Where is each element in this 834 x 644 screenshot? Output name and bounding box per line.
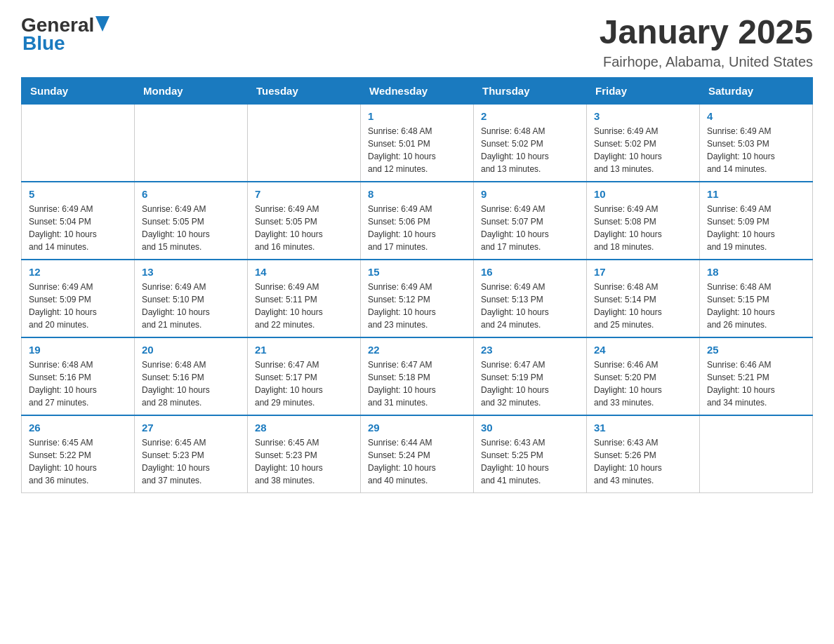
calendar-cell: 13Sunrise: 6:49 AM Sunset: 5:10 PM Dayli… bbox=[135, 260, 248, 337]
calendar-week-row: 5Sunrise: 6:49 AM Sunset: 5:04 PM Daylig… bbox=[22, 182, 813, 260]
day-info: Sunrise: 6:49 AM Sunset: 5:06 PM Dayligh… bbox=[368, 203, 466, 253]
day-number: 7 bbox=[255, 188, 353, 200]
day-info: Sunrise: 6:49 AM Sunset: 5:10 PM Dayligh… bbox=[142, 281, 240, 331]
day-info: Sunrise: 6:49 AM Sunset: 5:04 PM Dayligh… bbox=[29, 203, 127, 253]
calendar-cell: 11Sunrise: 6:49 AM Sunset: 5:09 PM Dayli… bbox=[700, 182, 813, 260]
day-info: Sunrise: 6:49 AM Sunset: 5:05 PM Dayligh… bbox=[142, 203, 240, 253]
day-info: Sunrise: 6:49 AM Sunset: 5:03 PM Dayligh… bbox=[707, 125, 805, 175]
calendar-cell: 23Sunrise: 6:47 AM Sunset: 5:19 PM Dayli… bbox=[474, 337, 587, 415]
calendar-cell: 7Sunrise: 6:49 AM Sunset: 5:05 PM Daylig… bbox=[248, 182, 361, 260]
calendar-cell bbox=[135, 104, 248, 182]
calendar-week-row: 26Sunrise: 6:45 AM Sunset: 5:22 PM Dayli… bbox=[22, 415, 813, 493]
calendar-cell bbox=[700, 415, 813, 493]
calendar-cell: 3Sunrise: 6:49 AM Sunset: 5:02 PM Daylig… bbox=[587, 104, 700, 182]
calendar-cell: 16Sunrise: 6:49 AM Sunset: 5:13 PM Dayli… bbox=[474, 260, 587, 337]
day-number: 3 bbox=[594, 110, 692, 122]
calendar-table: SundayMondayTuesdayWednesdayThursdayFrid… bbox=[21, 77, 813, 493]
calendar-cell: 30Sunrise: 6:43 AM Sunset: 5:25 PM Dayli… bbox=[474, 415, 587, 493]
day-info: Sunrise: 6:49 AM Sunset: 5:07 PM Dayligh… bbox=[481, 203, 579, 253]
day-info: Sunrise: 6:48 AM Sunset: 5:16 PM Dayligh… bbox=[29, 358, 127, 409]
day-number: 9 bbox=[481, 188, 579, 200]
calendar-cell: 22Sunrise: 6:47 AM Sunset: 5:18 PM Dayli… bbox=[361, 337, 474, 415]
calendar-cell: 5Sunrise: 6:49 AM Sunset: 5:04 PM Daylig… bbox=[22, 182, 135, 260]
day-number: 8 bbox=[368, 188, 466, 200]
calendar-cell: 4Sunrise: 6:49 AM Sunset: 5:03 PM Daylig… bbox=[700, 104, 813, 182]
day-number: 18 bbox=[707, 266, 805, 278]
day-number: 5 bbox=[29, 188, 127, 200]
day-info: Sunrise: 6:47 AM Sunset: 5:18 PM Dayligh… bbox=[368, 358, 466, 409]
day-number: 29 bbox=[368, 422, 466, 434]
day-info: Sunrise: 6:48 AM Sunset: 5:15 PM Dayligh… bbox=[707, 281, 805, 331]
day-info: Sunrise: 6:49 AM Sunset: 5:09 PM Dayligh… bbox=[707, 203, 805, 253]
day-number: 23 bbox=[481, 344, 579, 356]
calendar-cell: 1Sunrise: 6:48 AM Sunset: 5:01 PM Daylig… bbox=[361, 104, 474, 182]
calendar-cell: 19Sunrise: 6:48 AM Sunset: 5:16 PM Dayli… bbox=[22, 337, 135, 415]
calendar-cell: 24Sunrise: 6:46 AM Sunset: 5:20 PM Dayli… bbox=[587, 337, 700, 415]
day-info: Sunrise: 6:48 AM Sunset: 5:14 PM Dayligh… bbox=[594, 281, 692, 331]
day-info: Sunrise: 6:48 AM Sunset: 5:01 PM Dayligh… bbox=[368, 125, 466, 175]
calendar-cell: 28Sunrise: 6:45 AM Sunset: 5:23 PM Dayli… bbox=[248, 415, 361, 493]
day-number: 31 bbox=[594, 422, 692, 434]
title-area: January 2025 Fairhope, Alabama, United S… bbox=[600, 14, 813, 70]
calendar-cell: 10Sunrise: 6:49 AM Sunset: 5:08 PM Dayli… bbox=[587, 182, 700, 260]
calendar-header-sunday: Sunday bbox=[22, 77, 135, 104]
day-number: 12 bbox=[29, 266, 127, 278]
calendar-header-saturday: Saturday bbox=[700, 77, 813, 104]
day-info: Sunrise: 6:45 AM Sunset: 5:23 PM Dayligh… bbox=[142, 436, 240, 487]
day-info: Sunrise: 6:49 AM Sunset: 5:09 PM Dayligh… bbox=[29, 281, 127, 331]
day-info: Sunrise: 6:49 AM Sunset: 5:02 PM Dayligh… bbox=[594, 125, 692, 175]
calendar-header-row: SundayMondayTuesdayWednesdayThursdayFrid… bbox=[22, 77, 813, 104]
calendar-week-row: 19Sunrise: 6:48 AM Sunset: 5:16 PM Dayli… bbox=[22, 337, 813, 415]
logo-triangle-icon bbox=[95, 16, 110, 32]
day-number: 4 bbox=[707, 110, 805, 122]
day-number: 30 bbox=[481, 422, 579, 434]
day-number: 11 bbox=[707, 188, 805, 200]
month-title: January 2025 bbox=[600, 14, 813, 51]
calendar-cell: 14Sunrise: 6:49 AM Sunset: 5:11 PM Dayli… bbox=[248, 260, 361, 337]
day-number: 13 bbox=[142, 266, 240, 278]
calendar-cell: 12Sunrise: 6:49 AM Sunset: 5:09 PM Dayli… bbox=[22, 260, 135, 337]
day-number: 15 bbox=[368, 266, 466, 278]
day-info: Sunrise: 6:45 AM Sunset: 5:23 PM Dayligh… bbox=[255, 436, 353, 487]
day-number: 21 bbox=[255, 344, 353, 356]
day-info: Sunrise: 6:47 AM Sunset: 5:17 PM Dayligh… bbox=[255, 358, 353, 409]
day-number: 25 bbox=[707, 344, 805, 356]
day-number: 17 bbox=[594, 266, 692, 278]
calendar-cell: 20Sunrise: 6:48 AM Sunset: 5:16 PM Dayli… bbox=[135, 337, 248, 415]
day-number: 14 bbox=[255, 266, 353, 278]
calendar-cell: 18Sunrise: 6:48 AM Sunset: 5:15 PM Dayli… bbox=[700, 260, 813, 337]
calendar-header-tuesday: Tuesday bbox=[248, 77, 361, 104]
day-info: Sunrise: 6:47 AM Sunset: 5:19 PM Dayligh… bbox=[481, 358, 579, 409]
calendar-header-friday: Friday bbox=[587, 77, 700, 104]
day-info: Sunrise: 6:49 AM Sunset: 5:08 PM Dayligh… bbox=[594, 203, 692, 253]
day-number: 6 bbox=[142, 188, 240, 200]
day-number: 26 bbox=[29, 422, 127, 434]
day-info: Sunrise: 6:48 AM Sunset: 5:16 PM Dayligh… bbox=[142, 358, 240, 409]
day-info: Sunrise: 6:43 AM Sunset: 5:25 PM Dayligh… bbox=[481, 436, 579, 487]
day-info: Sunrise: 6:46 AM Sunset: 5:20 PM Dayligh… bbox=[594, 358, 692, 409]
day-info: Sunrise: 6:44 AM Sunset: 5:24 PM Dayligh… bbox=[368, 436, 466, 487]
calendar-cell: 6Sunrise: 6:49 AM Sunset: 5:05 PM Daylig… bbox=[135, 182, 248, 260]
day-number: 16 bbox=[481, 266, 579, 278]
calendar-cell: 26Sunrise: 6:45 AM Sunset: 5:22 PM Dayli… bbox=[22, 415, 135, 493]
day-number: 28 bbox=[255, 422, 353, 434]
logo: General Blue bbox=[21, 14, 110, 55]
day-number: 27 bbox=[142, 422, 240, 434]
calendar-cell bbox=[22, 104, 135, 182]
calendar-header-wednesday: Wednesday bbox=[361, 77, 474, 104]
day-number: 2 bbox=[481, 110, 579, 122]
calendar-cell: 25Sunrise: 6:46 AM Sunset: 5:21 PM Dayli… bbox=[700, 337, 813, 415]
day-number: 22 bbox=[368, 344, 466, 356]
day-number: 20 bbox=[142, 344, 240, 356]
calendar-week-row: 12Sunrise: 6:49 AM Sunset: 5:09 PM Dayli… bbox=[22, 260, 813, 337]
calendar-cell: 9Sunrise: 6:49 AM Sunset: 5:07 PM Daylig… bbox=[474, 182, 587, 260]
calendar-cell bbox=[248, 104, 361, 182]
location-title: Fairhope, Alabama, United States bbox=[600, 54, 813, 70]
day-info: Sunrise: 6:49 AM Sunset: 5:11 PM Dayligh… bbox=[255, 281, 353, 331]
calendar-header-monday: Monday bbox=[135, 77, 248, 104]
calendar-header-thursday: Thursday bbox=[474, 77, 587, 104]
day-number: 19 bbox=[29, 344, 127, 356]
day-info: Sunrise: 6:46 AM Sunset: 5:21 PM Dayligh… bbox=[707, 358, 805, 409]
day-info: Sunrise: 6:48 AM Sunset: 5:02 PM Dayligh… bbox=[481, 125, 579, 175]
day-number: 1 bbox=[368, 110, 466, 122]
